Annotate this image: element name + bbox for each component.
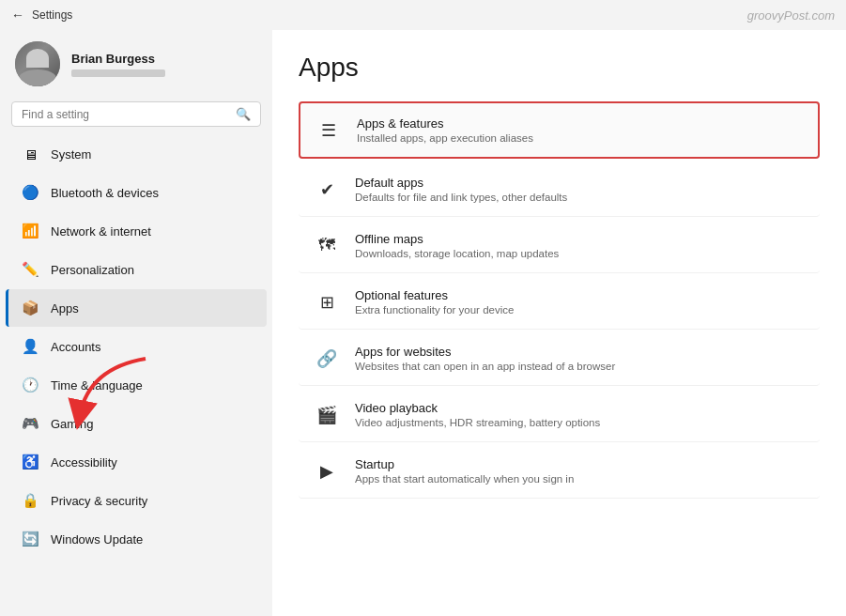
sidebar-item-accounts[interactable]: 👤Accounts — [6, 328, 267, 365]
startup-icon: ▶ — [314, 458, 340, 485]
sidebar-item-label-system: System — [51, 147, 91, 162]
user-info: Brian Burgess — [71, 52, 165, 77]
default-apps-icon: ✔ — [314, 177, 340, 203]
sidebar-item-accessibility[interactable]: ♿Accessibility — [6, 443, 267, 481]
sidebar-item-label-apps: Apps — [51, 301, 79, 316]
video-playback-title: Video playback — [355, 401, 600, 415]
gaming-icon: 🎮 — [21, 414, 39, 433]
apps-icon: 📦 — [21, 299, 39, 317]
settings-item-offline-maps[interactable]: 🗺Offline mapsDownloads, storage location… — [299, 219, 820, 273]
sidebar-item-label-network: Network & internet — [51, 224, 151, 239]
sidebar-item-network[interactable]: 📶Network & internet — [6, 212, 267, 250]
apps-websites-desc: Websites that can open in an app instead… — [355, 361, 615, 372]
search-box[interactable]: 🔍 — [11, 101, 261, 127]
default-apps-text: Default appsDefaults for file and link t… — [355, 176, 567, 203]
sidebar-item-update[interactable]: 🔄Windows Update — [6, 520, 267, 558]
watermark: groovyPost.com — [747, 8, 835, 23]
title-bar: ← Settings groovyPost.com — [0, 0, 846, 30]
apps-features-text: Apps & featuresInstalled apps, app execu… — [357, 116, 533, 144]
default-apps-title: Default apps — [355, 176, 567, 190]
video-playback-text: Video playbackVideo adjustments, HDR str… — [355, 401, 600, 428]
optional-features-icon: ⊞ — [314, 289, 340, 316]
apps-websites-icon: 🔗 — [314, 346, 340, 372]
page-title: Apps — [299, 53, 820, 83]
time-icon: 🕐 — [21, 376, 39, 394]
optional-features-title: Optional features — [355, 288, 514, 302]
sidebar-item-label-accessibility: Accessibility — [51, 455, 117, 470]
user-name: Brian Burgess — [71, 52, 165, 66]
settings-item-video-playback[interactable]: 🎬Video playbackVideo adjustments, HDR st… — [299, 388, 820, 442]
apps-features-icon: ☰ — [315, 117, 342, 144]
back-button[interactable]: ← — [11, 8, 24, 23]
settings-item-apps-features[interactable]: ☰Apps & featuresInstalled apps, app exec… — [299, 101, 820, 159]
sidebar-item-label-gaming: Gaming — [51, 417, 94, 431]
startup-title: Startup — [355, 457, 574, 471]
sidebar-item-bluetooth[interactable]: 🔵Bluetooth & devices — [6, 174, 267, 211]
bluetooth-icon: 🔵 — [21, 183, 39, 202]
main-layout: Brian Burgess 🔍 🖥System🔵Bluetooth & devi… — [0, 30, 846, 616]
sidebar: Brian Burgess 🔍 🖥System🔵Bluetooth & devi… — [0, 30, 272, 616]
sidebar-item-label-privacy: Privacy & security — [51, 494, 147, 508]
personalization-icon: ✏️ — [21, 260, 39, 279]
sidebar-item-time[interactable]: 🕐Time & language — [6, 366, 267, 404]
system-icon: 🖥 — [21, 145, 39, 163]
apps-websites-title: Apps for websites — [355, 345, 615, 359]
optional-features-desc: Extra functionality for your device — [355, 304, 514, 316]
offline-maps-title: Offline maps — [355, 232, 559, 246]
sidebar-item-personalization[interactable]: ✏️Personalization — [6, 251, 267, 288]
offline-maps-icon: 🗺 — [314, 233, 340, 259]
settings-item-startup[interactable]: ▶StartupApps that start automatically wh… — [299, 444, 820, 499]
search-icon: 🔍 — [236, 107, 251, 121]
startup-desc: Apps that start automatically when you s… — [355, 473, 574, 485]
sidebar-item-label-update: Windows Update — [51, 532, 143, 547]
apps-features-title: Apps & features — [357, 116, 533, 131]
user-profile[interactable]: Brian Burgess — [0, 30, 272, 98]
settings-item-default-apps[interactable]: ✔Default appsDefaults for file and link … — [299, 162, 820, 217]
startup-text: StartupApps that start automatically whe… — [355, 457, 574, 485]
user-account-bar — [71, 69, 165, 77]
avatar — [15, 41, 60, 86]
nav-list: 🖥System🔵Bluetooth & devices📶Network & in… — [0, 134, 272, 559]
accessibility-icon: ♿ — [21, 453, 39, 471]
sidebar-item-system[interactable]: 🖥System — [6, 135, 267, 173]
sidebar-item-label-time: Time & language — [51, 378, 143, 393]
settings-list: ☰Apps & featuresInstalled apps, app exec… — [299, 101, 820, 499]
offline-maps-text: Offline mapsDownloads, storage location,… — [355, 232, 559, 259]
sidebar-item-apps[interactable]: 📦Apps — [6, 289, 267, 327]
optional-features-text: Optional featuresExtra functionality for… — [355, 288, 514, 316]
sidebar-item-privacy[interactable]: 🔒Privacy & security — [6, 482, 267, 519]
settings-item-optional-features[interactable]: ⊞Optional featuresExtra functionality fo… — [299, 275, 820, 330]
sidebar-item-label-accounts: Accounts — [51, 340, 100, 354]
video-playback-desc: Video adjustments, HDR streaming, batter… — [355, 417, 600, 428]
privacy-icon: 🔒 — [21, 491, 39, 510]
apps-websites-text: Apps for websitesWebsites that can open … — [355, 345, 615, 372]
offline-maps-desc: Downloads, storage location, map updates — [355, 248, 559, 259]
sidebar-item-label-bluetooth: Bluetooth & devices — [51, 186, 159, 200]
settings-item-apps-websites[interactable]: 🔗Apps for websitesWebsites that can open… — [299, 331, 820, 386]
apps-features-desc: Installed apps, app execution aliases — [357, 132, 533, 144]
video-playback-icon: 🎬 — [314, 402, 340, 428]
search-input[interactable] — [22, 108, 228, 121]
window-title: Settings — [32, 8, 72, 22]
default-apps-desc: Defaults for file and link types, other … — [355, 192, 567, 203]
sidebar-item-label-personalization: Personalization — [51, 263, 134, 277]
update-icon: 🔄 — [21, 530, 39, 548]
sidebar-item-gaming[interactable]: 🎮Gaming — [6, 405, 267, 442]
accounts-icon: 👤 — [21, 337, 39, 356]
content-area: Apps ☰Apps & featuresInstalled apps, app… — [272, 30, 846, 616]
network-icon: 📶 — [21, 222, 39, 240]
